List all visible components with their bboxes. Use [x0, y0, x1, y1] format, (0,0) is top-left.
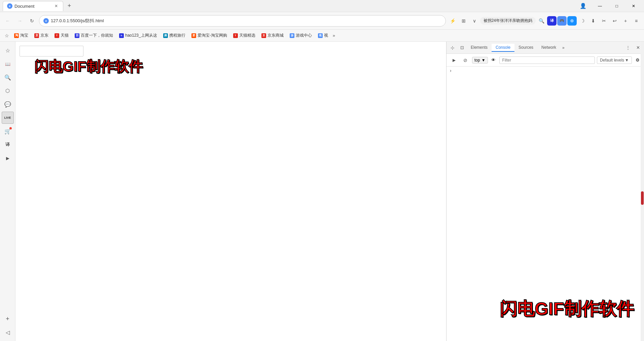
console-levels-dropdown[interactable]: Default levels ▼ [597, 56, 632, 64]
sidebar-icon-video[interactable]: ▶ [2, 152, 14, 164]
reading-view-icon[interactable]: ⊞ [459, 16, 469, 26]
bookmarks-bar: ☆ 淘 淘宝 京 京东 T 天猫 百 百度一下，你就知 h hao123_上网从… [0, 30, 644, 42]
devtools-inspect-icon[interactable]: ⊹ [448, 43, 457, 52]
jd-icon: 京 [34, 33, 39, 38]
devtools-settings-icon[interactable]: ⋮ [623, 43, 633, 52]
devtools-more-tabs[interactable]: » [560, 44, 567, 51]
game-ext-icon[interactable]: 🎮 [557, 16, 567, 26]
sidebar-collapse-button[interactable]: ◁ [2, 326, 14, 338]
bookmark-taobao[interactable]: 淘 淘宝 [11, 32, 31, 39]
address-dropdown-icon[interactable]: ∨ [469, 16, 479, 26]
window-controls: 👤 — □ ✕ [578, 1, 641, 11]
page-text-input[interactable] [20, 46, 83, 56]
console-content: › [446, 67, 644, 341]
console-caret[interactable]: › [449, 68, 452, 73]
titlebar-left: e Document ✕ + [3, 1, 577, 11]
browser-viewport: 闪电GIF制作软件 [15, 42, 446, 341]
devtools-tabs-bar: ⊹ ⊡ Elements Console Sources Network » ⋮… [446, 42, 644, 54]
bookmark-hao123[interactable]: h hao123_上网从这 [116, 32, 160, 39]
devtools-tab-sources[interactable]: Sources [514, 44, 537, 52]
sidebar-icon-translate[interactable]: 译 [2, 139, 14, 151]
tab-favicon: e [7, 3, 12, 9]
devtools-panel: ⊹ ⊡ Elements Console Sources Network » ⋮… [446, 42, 644, 341]
circle-ext-icon[interactable]: ◎ [567, 16, 577, 26]
console-context-selector[interactable]: top ▼ [472, 57, 488, 64]
devtools-console-bar: ▶ ⊘ top ▼ 👁 Default levels ▼ ⚙ [446, 54, 644, 67]
console-context-value: top [474, 58, 480, 63]
aitaobao-icon: 爱 [191, 33, 196, 38]
address-favicon: e [43, 18, 49, 24]
tab-title: Document [14, 4, 51, 9]
bookmark-video[interactable]: 视 视 [315, 32, 331, 39]
addressbar: ← → ↻ e ⚡ ⊞ ∨ 被拐24年张洋洋亲吻拥抱妈 🔍 译 🎮 ◎ ☽ ⬇ … [0, 12, 644, 30]
translator-ext-icon[interactable]: 译 [547, 16, 557, 26]
main-area: ☆ 📖 🔍 ⬡ 💬 LIVE 🛒 译 ▶ + ◁ 闪电GIF制作软件 ⊹ ⊡ E… [0, 42, 644, 341]
bookmark-jdcity[interactable]: 京 京东商城 [259, 32, 286, 39]
menu-icon[interactable]: ≡ [631, 16, 641, 26]
right-scrollbar[interactable] [641, 42, 644, 341]
devtools-device-icon[interactable]: ⊡ [457, 43, 467, 52]
hao123-icon: h [119, 33, 124, 38]
refresh-button[interactable]: ↻ [27, 16, 37, 26]
bookmark-game[interactable]: 游 游戏中心 [287, 32, 315, 39]
tmall-icon: T [55, 33, 59, 38]
address-input[interactable] [51, 18, 441, 23]
taobao-icon: 淘 [14, 33, 19, 38]
bookmark-tmall[interactable]: T 天猫 [52, 32, 71, 39]
sidebar-add-button[interactable]: + [2, 313, 14, 325]
console-eye-button[interactable]: 👁 [490, 56, 497, 64]
sidebar-toggle-icon[interactable]: + [620, 16, 631, 26]
search-icon[interactable]: 🔍 [536, 16, 546, 26]
screenshot-icon[interactable]: ✂ [599, 16, 609, 26]
left-sidebar: ☆ 📖 🔍 ⬡ 💬 LIVE 🛒 译 ▶ + ◁ [0, 42, 15, 341]
news-badge[interactable]: 被拐24年张洋洋亲吻拥抱妈 [480, 17, 536, 25]
titlebar: e Document ✕ + 👤 — □ ✕ [0, 0, 644, 12]
tmall-select-icon: T [233, 33, 238, 38]
browser-tab[interactable]: e Document ✕ [3, 1, 63, 11]
toolbar-right-icons: ⚡ ⊞ ∨ 被拐24年张洋洋亲吻拥抱妈 🔍 译 🎮 ◎ ☽ ⬇ ✂ ↩ + ≡ [448, 16, 641, 26]
sidebar-icon-search[interactable]: 🔍 [2, 71, 14, 83]
game-center-icon: 游 [290, 33, 294, 38]
bookmark-jd[interactable]: 京 京东 [32, 32, 51, 39]
lightning-icon[interactable]: ⚡ [448, 16, 458, 26]
scrollbar-thumb[interactable] [641, 191, 644, 205]
devtools-tab-console[interactable]: Console [492, 44, 514, 52]
extensions-dropdown-icon[interactable]: ↩ [610, 16, 620, 26]
back-button[interactable]: ← [3, 16, 13, 26]
console-settings-icon[interactable]: ⚙ [634, 56, 641, 64]
sidebar-icon-cart[interactable]: 🛒 [2, 125, 14, 137]
new-tab-button[interactable]: + [65, 1, 74, 11]
minimize-button[interactable]: — [592, 1, 608, 11]
forward-button[interactable]: → [15, 16, 25, 26]
console-context-chevron: ▼ [481, 58, 486, 63]
devtools-tab-elements[interactable]: Elements [467, 44, 492, 52]
console-filter-input[interactable] [499, 56, 595, 64]
baidu-icon: 百 [75, 33, 79, 38]
bookmark-tmall-select[interactable]: T 天猫精选 [230, 32, 258, 39]
console-play-icon[interactable]: ▶ [449, 55, 459, 65]
sidebar-icon-live[interactable]: LIVE [2, 112, 14, 124]
bookmarks-more-icon[interactable]: » [331, 33, 336, 38]
night-mode-icon[interactable]: ☽ [577, 16, 587, 26]
bookmark-ctrip[interactable]: 携 携程旅行 [160, 32, 188, 39]
tab-close-button[interactable]: ✕ [53, 3, 59, 9]
bookmark-aitaobao[interactable]: 爱 爱淘宝-淘宝网购 [189, 32, 230, 39]
download-icon[interactable]: ⬇ [588, 16, 598, 26]
sidebar-icon-collections[interactable]: ⬡ [2, 85, 14, 97]
profile-icon[interactable]: 👤 [578, 1, 588, 11]
levels-chevron-icon: ▼ [625, 58, 629, 63]
address-bar-container[interactable]: e [39, 15, 446, 27]
devtools-toolbar-right: ⋮ ✕ [623, 43, 643, 52]
sidebar-icon-reading[interactable]: 📖 [2, 58, 14, 70]
sidebar-bottom: + ◁ [2, 313, 14, 338]
bookmark-baidu[interactable]: 百 百度一下，你就知 [72, 32, 116, 39]
sidebar-icon-chat[interactable]: 💬 [2, 98, 14, 110]
maximize-button[interactable]: □ [609, 1, 624, 11]
sidebar-icon-favorite[interactable]: ☆ [2, 44, 14, 56]
bookmark-star-icon[interactable]: ☆ [3, 32, 11, 40]
devtools-tab-network[interactable]: Network [537, 44, 560, 52]
ctrip-icon: 携 [163, 33, 168, 38]
jdcity-icon: 京 [261, 33, 266, 38]
close-button[interactable]: ✕ [626, 1, 641, 11]
console-stop-icon[interactable]: ⊘ [461, 55, 470, 65]
